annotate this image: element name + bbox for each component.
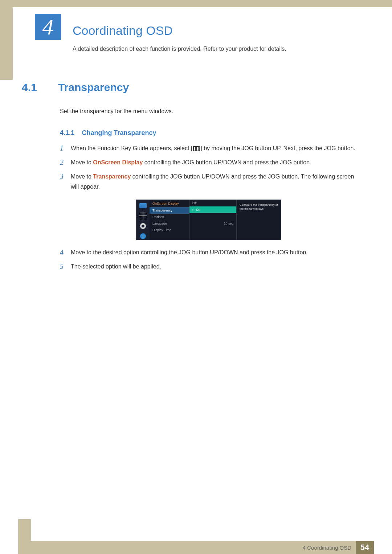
step-3: 3 Move to Transparency controlling the J…: [60, 172, 358, 193]
osd-item-position: Position: [150, 214, 189, 220]
section-text: Set the transparency for the menu window…: [60, 108, 358, 115]
osd-panel: i OnScreen Display Transparency Position…: [136, 200, 281, 240]
step-number: 1: [60, 143, 71, 153]
section-title: Transparency: [58, 81, 129, 94]
step-2: 2 Move to OnScreen Display controlling t…: [60, 157, 358, 168]
gear-icon: [139, 222, 147, 230]
screen-icon: [139, 202, 147, 209]
section-number: 4.1: [22, 81, 58, 94]
osd-options: Off On 20 sec: [189, 200, 237, 240]
step-number: 2: [60, 157, 71, 167]
header-accent-bar: [0, 7, 13, 80]
step2-text-b: controlling the JOG button UP/DOWN and p…: [143, 159, 311, 165]
move-icon: [139, 212, 147, 219]
menu-icon: [193, 146, 200, 151]
step-text: When the Function Key Guide appears, sel…: [71, 143, 355, 154]
osd-sidebar: i: [136, 200, 150, 240]
steps-list: 1 When the Function Key Guide appears, s…: [60, 143, 358, 192]
osd-item-transparency: Transparency: [150, 207, 189, 214]
step-text: Move to Transparency controlling the JOG…: [71, 172, 358, 193]
subsection-title: Changing Transparency: [82, 129, 156, 136]
osd-item-display-time: Display Time: [150, 227, 189, 233]
subsection-number: 4.1.1: [60, 129, 74, 136]
page-content: 4.1 Transparency Set the transparency fo…: [0, 59, 392, 272]
step-number: 3: [60, 172, 71, 181]
osd-screenshot: i OnScreen Display Transparency Position…: [60, 200, 358, 240]
step2-highlight: OnScreen Display: [93, 159, 143, 165]
chapter-intro: A detailed description of each function …: [73, 46, 392, 52]
step-text: The selected option will be applied.: [71, 262, 161, 272]
subsection-heading: 4.1.1 Changing Transparency: [60, 129, 358, 137]
chapter-number: 4: [42, 14, 54, 40]
step2-text-a: Move to: [71, 159, 93, 165]
osd-menu-title: OnScreen Display: [150, 200, 189, 207]
osd-value: 20 sec: [189, 220, 236, 227]
top-color-bar: [0, 0, 392, 7]
steps-list-continued: 4 Move to the desired option controlling…: [60, 247, 358, 272]
step-4: 4 Move to the desired option controlling…: [60, 247, 358, 258]
step-text: Move to OnScreen Display controlling the…: [71, 157, 311, 168]
osd-menu: OnScreen Display Transparency Position L…: [150, 200, 189, 240]
step-number: 5: [60, 262, 71, 271]
step1-text-b: ] by moving the JOG button UP. Next, pre…: [200, 145, 355, 151]
section-heading: 4.1 Transparency: [22, 81, 358, 94]
step3-highlight: Transparency: [93, 173, 131, 180]
step-1: 1 When the Function Key Guide appears, s…: [60, 143, 358, 154]
step-5: 5 The selected option will be applied.: [60, 262, 358, 272]
step1-text-a: When the Function Key Guide appears, sel…: [71, 145, 192, 151]
osd-description: Configure the transparency of the menu w…: [237, 200, 281, 240]
chapter-number-box: 4: [35, 14, 61, 40]
step-number: 4: [60, 247, 71, 257]
info-icon: i: [139, 233, 147, 240]
osd-option-on: On: [189, 206, 236, 213]
step3-text-a: Move to: [71, 173, 93, 180]
osd-option-off: Off: [189, 200, 236, 206]
chapter-title: Coordinating OSD: [73, 22, 392, 38]
step-text: Move to the desired option controlling t…: [71, 247, 308, 258]
osd-item-language: Language: [150, 220, 189, 227]
chapter-header: 4 Coordinating OSD A detailed descriptio…: [0, 7, 392, 59]
